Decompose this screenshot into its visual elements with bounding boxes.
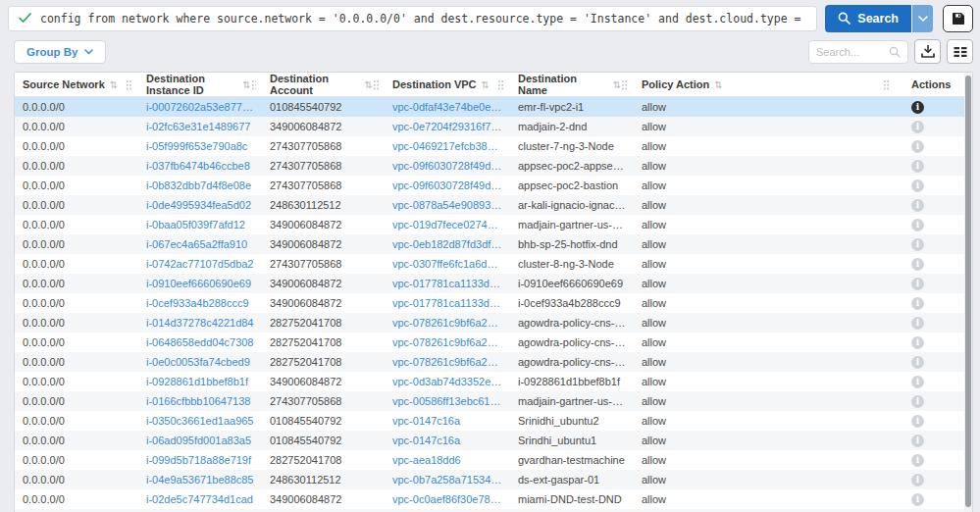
table-row[interactable]: 0.0.0.0/0i-0baa05f039f7afd12349006084872… xyxy=(15,215,972,234)
download-button[interactable] xyxy=(914,39,941,64)
column-header-destination-name[interactable]: Destination Name⇅ xyxy=(510,73,634,96)
destination-vpc-link[interactable]: vpc-0eb182d87fd3dfc14 xyxy=(385,238,510,250)
info-icon[interactable]: i xyxy=(911,493,924,506)
destination-instance-id-link[interactable]: i-099d5b718a88e719f xyxy=(138,454,262,466)
info-icon[interactable]: i xyxy=(911,356,924,369)
destination-vpc-link[interactable]: vpc-aea18dd6 xyxy=(385,454,510,466)
destination-instance-id-link[interactable]: i-0648658edd04c7308 xyxy=(138,336,262,348)
table-row[interactable]: 0.0.0.0/0i-06ad095fd001a83a5010845540792… xyxy=(15,431,972,450)
destination-instance-id-link[interactable]: i-0350c3661ed1aa965 xyxy=(138,415,262,427)
column-settings-button[interactable] xyxy=(947,39,973,64)
table-row[interactable]: 0.0.0.0/0i-00072602a53e877de010845540792… xyxy=(15,97,972,117)
destination-vpc-link[interactable]: vpc-078261c9bf6a260d3 xyxy=(385,336,510,348)
info-icon[interactable]: i xyxy=(911,219,924,231)
destination-vpc-link[interactable]: vpc-0469217efcb3898c5 xyxy=(385,140,510,152)
column-header-destination-account[interactable]: Destination Account⇅ xyxy=(262,73,385,96)
table-filter-input[interactable] xyxy=(816,46,887,58)
table-row[interactable]: 0.0.0.0/0i-0cef933a4b288ccc9349006084872… xyxy=(15,293,972,313)
destination-instance-id-link[interactable]: i-02de5c747734d1cad xyxy=(138,493,262,505)
query-input[interactable]: config from network where source.network… xyxy=(8,6,817,31)
info-icon[interactable]: i xyxy=(911,317,924,330)
table-row[interactable]: 0.0.0.0/0i-0b832dbb7d4f8e08e274307705868… xyxy=(15,176,972,195)
table-row[interactable]: 0.0.0.0/0i-0648658edd04c7308282752041708… xyxy=(15,333,972,352)
destination-instance-id-link[interactable]: i-0baa05f039f7afd12 xyxy=(138,219,262,230)
destination-vpc-link[interactable]: vpc-017781ca1133dc28b xyxy=(385,278,510,289)
destination-vpc-link[interactable]: vpc-019d7fece027474d5 xyxy=(385,219,510,230)
table-row[interactable]: 0.0.0.0/0i-04e9a53671be88c85248630112512… xyxy=(15,470,972,489)
column-header-source-network[interactable]: Source Network⇅ xyxy=(15,73,138,96)
table-row[interactable]: 0.0.0.0/0i-0e0c0053fa74cbed9282752041708… xyxy=(15,352,972,372)
sort-icon[interactable]: ⇅ xyxy=(110,79,118,90)
destination-vpc-link[interactable]: vpc-09f6030728f49db07 xyxy=(385,160,510,172)
destination-instance-id-link[interactable]: i-02fc63e31e1489677 xyxy=(138,121,262,132)
destination-vpc-link[interactable]: vpc-0b7a258a715348a05 xyxy=(385,474,510,486)
destination-instance-id-link[interactable]: i-014d37278c4221d84 xyxy=(138,317,262,329)
sort-icon[interactable]: ⇅ xyxy=(714,79,722,90)
sort-icon[interactable]: ⇅ xyxy=(365,79,373,90)
destination-vpc-link[interactable]: vpc-0878a54e90893d01e xyxy=(385,199,510,211)
destination-instance-id-link[interactable]: i-0e0c0053fa74cbed9 xyxy=(138,356,262,368)
column-header-destination-instance-id[interactable]: Destination Instance ID⇅ xyxy=(138,73,262,96)
destination-instance-id-link[interactable]: i-0742ac77107d5dba2 xyxy=(138,258,262,270)
search-button[interactable]: Search xyxy=(825,5,911,32)
column-header-actions[interactable]: Actions xyxy=(896,73,972,96)
table-row[interactable]: 0.0.0.0/0i-0928861d1bbef8b1f349006084872… xyxy=(15,372,972,391)
destination-instance-id-link[interactable]: i-037fb6474b46ccbe8 xyxy=(138,160,262,172)
search-options-dropdown[interactable] xyxy=(912,5,933,32)
destination-vpc-link[interactable]: vpc-017781ca1133dc28b xyxy=(385,297,510,309)
destination-vpc-link[interactable]: vpc-0147c16a xyxy=(385,415,510,427)
info-icon[interactable]: i xyxy=(911,474,924,486)
column-header-policy-action[interactable]: Policy Action⇅ xyxy=(634,73,896,96)
sort-icon[interactable]: ⇅ xyxy=(482,79,490,90)
table-row[interactable]: 0.0.0.0/0i-02de5c747734d1cad349006084872… xyxy=(15,489,972,509)
table-row[interactable]: 0.0.0.0/0i-0742ac77107d5dba2274307705868… xyxy=(15,254,972,274)
destination-instance-id-link[interactable]: i-0910eef6660690e69 xyxy=(138,278,262,289)
destination-vpc-link[interactable]: vpc-078261c9bf6a260d3 xyxy=(385,317,510,329)
info-icon[interactable]: i xyxy=(911,179,924,192)
table-row[interactable]: 0.0.0.0/0i-099d5b718a88e719f282752041708… xyxy=(15,450,972,470)
info-icon[interactable]: i xyxy=(911,160,924,173)
info-icon[interactable]: i xyxy=(911,199,924,212)
info-icon[interactable]: i xyxy=(911,435,924,447)
destination-instance-id-link[interactable]: i-0166cfbbb10647138 xyxy=(138,395,262,407)
table-row[interactable]: 0.0.0.0/0i-0166cfbbb10647138274307705868… xyxy=(15,391,972,411)
destination-instance-id-link[interactable]: i-04e9a53671be88c85 xyxy=(138,474,262,486)
destination-vpc-link[interactable]: vpc-0e7204f29316f760b xyxy=(385,121,510,132)
info-icon[interactable]: i xyxy=(911,140,924,153)
destination-instance-id-link[interactable]: i-0de4995934fea5d02 xyxy=(138,199,262,211)
table-row[interactable]: 0.0.0.0/0i-037fb6474b46ccbe8274307705868… xyxy=(15,156,972,176)
destination-instance-id-link[interactable]: i-00072602a53e877de xyxy=(138,101,262,113)
table-row[interactable]: 0.0.0.0/0i-0350c3661ed1aa965010845540792… xyxy=(15,411,972,431)
info-icon[interactable]: i xyxy=(911,395,924,408)
destination-instance-id-link[interactable]: i-05f999f653e790a8c xyxy=(138,140,262,152)
destination-instance-id-link[interactable]: i-0cef933a4b288ccc9 xyxy=(138,297,262,309)
table-row[interactable]: 0.0.0.0/0i-0de4995934fea5d02248630112512… xyxy=(15,195,972,215)
column-drag-handle-icon[interactable] xyxy=(497,79,504,90)
info-icon[interactable]: i xyxy=(911,454,924,467)
destination-instance-id-link[interactable]: i-0b832dbb7d4f8e08e xyxy=(138,179,262,191)
destination-vpc-link[interactable]: vpc-00586ff13ebc6154f xyxy=(385,395,510,407)
destination-vpc-link[interactable]: vpc-0307ffe6fc1a6d7ad xyxy=(385,258,510,270)
destination-instance-id-link[interactable]: i-067ec4a65a2ffa910 xyxy=(138,238,262,250)
destination-vpc-link[interactable]: vpc-0d3ab74d3352ebcac xyxy=(385,376,510,387)
info-icon[interactable]: i xyxy=(911,415,924,428)
table-filter-box[interactable] xyxy=(808,40,908,64)
destination-instance-id-link[interactable]: i-06ad095fd001a83a5 xyxy=(138,435,262,446)
info-icon[interactable]: i xyxy=(911,376,924,388)
info-icon[interactable]: i xyxy=(911,258,924,271)
scrollbar-thumb[interactable] xyxy=(965,76,971,507)
column-header-destination-vpc[interactable]: Destination VPC⇅ xyxy=(385,73,510,96)
table-row[interactable]: 0.0.0.0/0i-067ec4a65a2ffa910349006084872… xyxy=(15,234,972,254)
vertical-scrollbar[interactable] xyxy=(964,73,972,512)
sort-icon[interactable]: ⇅ xyxy=(613,79,621,90)
group-by-button[interactable]: Group By xyxy=(14,40,106,64)
sort-icon[interactable]: ⇅ xyxy=(242,79,250,90)
table-row[interactable]: 0.0.0.0/0i-0910eef6660690e69349006084872… xyxy=(15,274,972,293)
destination-vpc-link[interactable]: vpc-078261c9bf6a260d3 xyxy=(385,356,510,368)
column-drag-handle-icon[interactable] xyxy=(373,79,379,90)
column-drag-handle-icon[interactable] xyxy=(621,79,628,90)
info-icon[interactable]: i xyxy=(911,278,924,290)
column-drag-handle-icon[interactable] xyxy=(251,79,256,90)
column-drag-handle-icon[interactable] xyxy=(126,79,132,90)
column-drag-handle-icon[interactable] xyxy=(883,79,890,90)
